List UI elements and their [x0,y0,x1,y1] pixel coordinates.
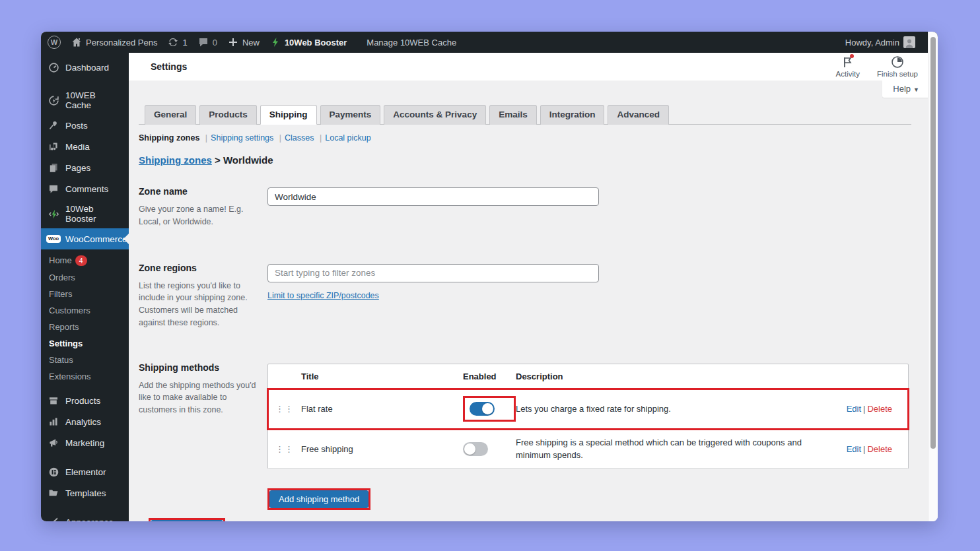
sidebar-item-templates[interactable]: Templates [41,482,129,503]
tab-emails[interactable]: Emails [489,105,537,125]
wordpress-menu[interactable]: W [48,36,61,49]
submenu-item-status[interactable]: Status [41,352,129,368]
method-title: Free shipping [301,444,463,454]
home-icon [71,37,82,48]
sidebar-item-products[interactable]: Products [41,390,129,411]
window-scrollbar[interactable] [928,32,938,521]
new-content-link[interactable]: New [228,37,260,48]
comment-bubble-icon [198,37,209,48]
account-menu[interactable]: Howdy, Admin [845,36,915,48]
breadcrumb-shipping-zones-link[interactable]: Shipping zones [139,154,212,166]
annotation-box-save-button: Save changes [149,518,225,522]
settings-content: Help▼ General Products Shipping Payments… [129,81,938,521]
products-icon [48,395,59,406]
zone-name-title: Zone name [139,186,267,197]
submenu-item-reports[interactable]: Reports [41,319,129,335]
updates-link[interactable]: 1 [168,37,187,48]
tab-shipping[interactable]: Shipping [260,105,317,125]
sidebar-item-woocommerce[interactable]: Woo WooCommerce [41,228,129,249]
table-header-row: Title Enabled Description [268,364,908,389]
free-shipping-enabled-toggle[interactable] [463,442,488,456]
zone-regions-input[interactable] [267,264,599,282]
submenu-item-orders[interactable]: Orders [41,269,129,286]
booster-lightning-icon [270,37,281,48]
tab-general[interactable]: General [145,105,196,125]
sidebar-item-label: Appearance [65,517,114,521]
edit-free-shipping-link[interactable]: Edit [847,444,861,454]
tab-accounts-privacy[interactable]: Accounts & Privacy [384,105,486,125]
page-header: Settings Activity Finish setup [129,53,938,81]
booster-label: 10Web Booster [285,38,347,48]
pin-icon [48,119,59,131]
zone-name-input[interactable] [267,187,599,206]
activity-notification-dot [850,54,854,58]
new-label: New [242,38,260,48]
submenu-item-home[interactable]: Home4 [41,252,129,269]
manage-cache-link[interactable]: Manage 10WEB Cache [367,38,456,48]
woocommerce-icon: Woo [48,233,59,245]
activity-label: Activity [836,70,860,78]
tab-payments[interactable]: Payments [320,105,381,125]
submenu-item-extensions[interactable]: Extensions [41,368,129,385]
submenu-item-customers[interactable]: Customers [41,302,129,319]
sidebar-item-label: Comments [65,184,108,194]
delete-free-shipping-link[interactable]: Delete [867,444,892,454]
sidebar-item-analytics[interactable]: Analytics [41,411,129,432]
activity-button[interactable]: Activity [836,55,860,78]
sidebar-item-label: Posts [65,121,88,131]
submenu-item-settings[interactable]: Settings [41,335,129,352]
save-changes-button[interactable]: Save changes [151,520,223,522]
admin-bar: W Personalized Pens 1 0 New [41,32,938,53]
table-row-free-shipping: ⋮⋮ Free shipping Free shipping is a spec… [268,429,908,469]
sidebar-item-label: Analytics [65,417,101,427]
comments-link[interactable]: 0 [198,37,217,48]
limit-zip-postcodes-link[interactable]: Limit to specific ZIP/postcodes [267,291,379,300]
howdy-label: Howdy, Admin [845,38,899,48]
tab-advanced[interactable]: Advanced [608,105,669,125]
sidebar-item-dashboard[interactable]: Dashboard [41,57,129,78]
subnav-shipping-zones[interactable]: Shipping zones [139,133,199,143]
sidebar-item-10web-booster[interactable]: 10Web Booster [41,199,129,228]
edit-flat-rate-link[interactable]: Edit [847,404,861,414]
sidebar-item-10web-cache[interactable]: 10WEB Cache [41,86,129,115]
column-header-description: Description [516,372,832,381]
comments-count: 0 [213,38,217,48]
site-name-link[interactable]: Personalized Pens [71,37,157,48]
add-shipping-method-button[interactable]: Add shipping method [269,490,368,508]
wordpress-admin-window: W Personalized Pens 1 0 New [41,32,938,521]
sidebar-item-comments[interactable]: Comments [41,178,129,199]
finish-setup-button[interactable]: Finish setup [877,55,918,78]
zone-regions-section: Zone regions List the regions you'd like… [139,263,911,329]
sidebar-item-posts[interactable]: Posts [41,115,129,136]
breadcrumb: Shipping zones > Worldwide [139,154,911,166]
add-method-row: Add shipping method [139,488,911,510]
pages-icon [48,162,59,174]
method-description: Lets you charge a fixed rate for shippin… [516,403,832,416]
drag-handle-icon[interactable]: ⋮⋮ [268,444,301,454]
subnav-classes[interactable]: Classes [285,133,314,143]
subnav-shipping-settings[interactable]: Shipping settings [211,133,273,143]
submenu-item-filters[interactable]: Filters [41,286,129,302]
sidebar-item-pages[interactable]: Pages [41,157,129,178]
sidebar-item-elementor[interactable]: Elementor [41,461,129,482]
help-button[interactable]: Help▼ [882,81,930,98]
annotation-box-toggle [463,396,516,422]
tab-products[interactable]: Products [199,105,257,125]
scrollbar-thumb[interactable] [930,37,936,449]
elementor-icon [48,466,59,478]
settings-tabs: General Products Shipping Payments Accou… [139,104,911,125]
sidebar-item-appearance[interactable]: Appearance [41,511,129,521]
dashboard-icon [48,61,59,73]
booster-link[interactable]: 10Web Booster [270,37,347,48]
sidebar-item-media[interactable]: Media [41,136,129,157]
booster-lightning-icon [48,208,59,220]
sidebar-item-label: 10Web Booster [65,204,123,224]
flat-rate-enabled-toggle[interactable] [470,402,495,416]
tab-integration[interactable]: Integration [540,105,605,125]
subnav-local-pickup[interactable]: Local pickup [325,133,371,143]
bar-chart-icon [48,416,59,428]
sidebar-item-label: Products [65,396,100,406]
delete-flat-rate-link[interactable]: Delete [867,404,892,414]
sidebar-item-marketing[interactable]: Marketing [41,432,129,453]
drag-handle-icon[interactable]: ⋮⋮ [268,404,301,414]
